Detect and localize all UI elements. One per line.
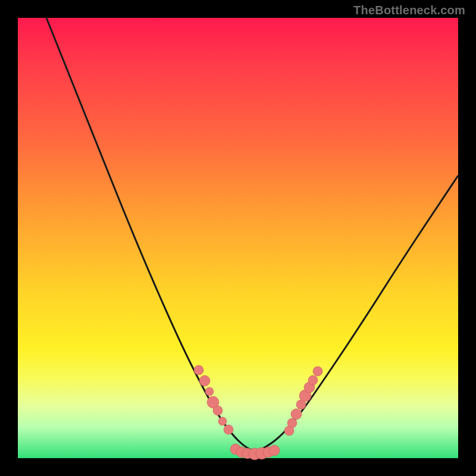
data-point [218, 417, 227, 425]
curve-left-arm [46, 18, 256, 452]
data-point [313, 367, 322, 376]
data-point [194, 365, 203, 375]
curve-right-arm [256, 176, 458, 452]
v-curve-svg [18, 18, 458, 458]
data-point [287, 418, 297, 428]
plot-area [18, 18, 458, 458]
data-point [213, 406, 223, 415]
chart-frame: TheBottleneck.com [0, 0, 476, 476]
data-point [205, 387, 214, 396]
data-point [291, 409, 302, 419]
data-point [269, 445, 280, 456]
scatter-points [194, 365, 322, 460]
data-point [308, 375, 318, 385]
data-point [224, 425, 233, 434]
data-point [199, 375, 210, 386]
watermark-text: TheBottleneck.com [353, 4, 465, 17]
